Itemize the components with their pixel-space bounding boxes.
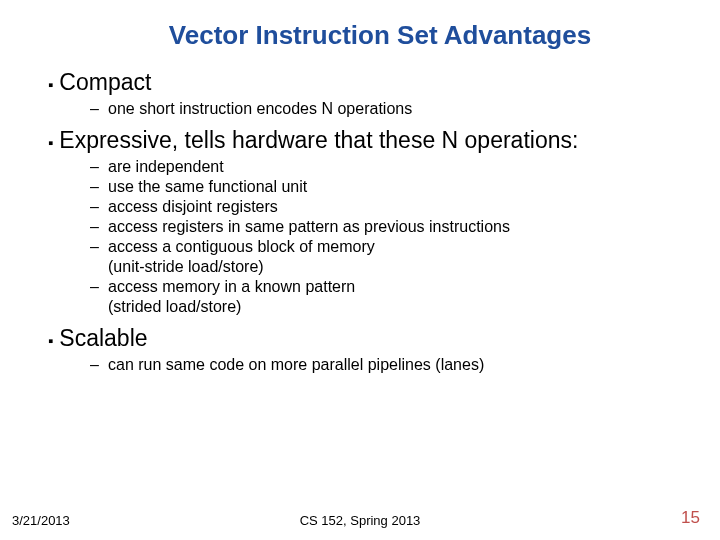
sub-text-group: access a contiguous block of memory (uni… [108, 237, 375, 277]
sub-list-expressive: – are independent – use the same functio… [90, 157, 680, 317]
sub-item: – are independent [90, 157, 680, 177]
dash-bullet-icon: – [90, 217, 101, 237]
sub-text: can run same code on more parallel pipel… [108, 355, 484, 375]
sub-list-scalable: – can run same code on more parallel pip… [90, 355, 680, 375]
sub-item: – one short instruction encodes N operat… [90, 99, 680, 119]
footer-date: 3/21/2013 [12, 513, 70, 528]
sub-list-compact: – one short instruction encodes N operat… [90, 99, 680, 119]
sub-item: – access memory in a known pattern (stri… [90, 277, 680, 317]
bullet-compact: ▪ Compact [48, 69, 680, 97]
square-bullet-icon: ▪ [48, 73, 53, 97]
bullet-scalable: ▪ Scalable [48, 325, 680, 353]
dash-bullet-icon: – [90, 177, 101, 197]
sub-text-paren: (unit-stride load/store) [108, 257, 375, 277]
sub-text: use the same functional unit [108, 177, 307, 197]
square-bullet-icon: ▪ [48, 131, 53, 155]
footer-center: CS 152, Spring 2013 [300, 513, 421, 528]
dash-bullet-icon: – [90, 99, 101, 119]
sub-text: access disjoint registers [108, 197, 278, 217]
sub-text: access registers in same pattern as prev… [108, 217, 510, 237]
footer-page-number: 15 [681, 508, 700, 528]
slide-footer: 3/21/2013 CS 152, Spring 2013 15 [0, 508, 720, 528]
slide-content: ▪ Compact – one short instruction encode… [40, 69, 680, 375]
sub-item: – access disjoint registers [90, 197, 680, 217]
sub-item: – access registers in same pattern as pr… [90, 217, 680, 237]
dash-bullet-icon: – [90, 355, 101, 375]
bullet-label: Compact [59, 69, 151, 97]
slide-title: Vector Instruction Set Advantages [80, 20, 680, 51]
sub-text: one short instruction encodes N operatio… [108, 99, 412, 119]
sub-item: – can run same code on more parallel pip… [90, 355, 680, 375]
dash-bullet-icon: – [90, 197, 101, 217]
sub-item: – access a contiguous block of memory (u… [90, 237, 680, 277]
dash-bullet-icon: – [90, 157, 101, 177]
bullet-expressive: ▪ Expressive, tells hardware that these … [48, 127, 680, 155]
sub-text: are independent [108, 157, 224, 177]
slide: Vector Instruction Set Advantages ▪ Comp… [0, 0, 720, 540]
dash-bullet-icon: – [90, 277, 101, 297]
sub-text: access memory in a known pattern [108, 277, 355, 297]
sub-text-group: access memory in a known pattern (stride… [108, 277, 355, 317]
bullet-label: Scalable [59, 325, 147, 353]
square-bullet-icon: ▪ [48, 329, 53, 353]
sub-text: access a contiguous block of memory [108, 237, 375, 257]
sub-text-paren: (strided load/store) [108, 297, 355, 317]
dash-bullet-icon: – [90, 237, 101, 257]
sub-item: – use the same functional unit [90, 177, 680, 197]
bullet-label: Expressive, tells hardware that these N … [59, 127, 578, 155]
